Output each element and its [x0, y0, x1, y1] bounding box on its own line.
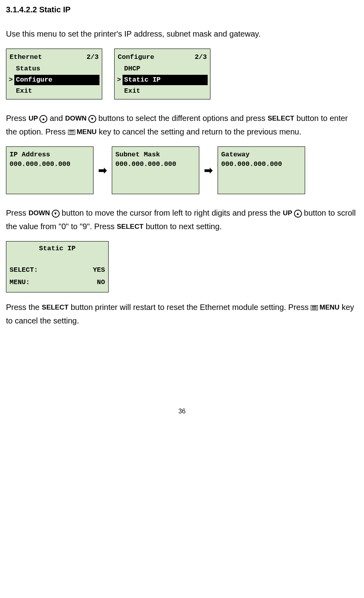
lcd-gateway: Gateway 000.000.000.000	[218, 146, 305, 194]
lcd-item: Status	[14, 64, 40, 74]
lcd-item-selected: Static IP	[123, 75, 208, 85]
menu-text: MENU	[77, 127, 97, 138]
text: button to next setting.	[146, 222, 222, 231]
page-number: 36	[6, 407, 358, 416]
instruction-paragraph-2: Press DOWN ▼ button to move the cursor f…	[6, 206, 358, 233]
text: buttons to select the different options …	[98, 114, 267, 123]
section-heading: 3.1.4.2.2 Static IP	[6, 4, 358, 15]
lcd-ip-row: IP Address 000.000.000.000 ➡ Subnet Mask…	[6, 146, 358, 194]
lcd-title: Gateway	[221, 150, 302, 160]
confirm-menu-value: NO	[97, 278, 105, 287]
lcd-item: Exit	[123, 86, 140, 96]
up-arrow-icon: ▲	[39, 115, 47, 123]
lcd-static-ip-confirm: Static IP SELECT: YES MENU: NO	[6, 241, 109, 292]
confirm-menu-label: MENU:	[10, 278, 30, 287]
up-arrow-icon: ▲	[294, 210, 302, 218]
arrow-right-icon: ➡	[204, 163, 213, 177]
text: Press	[6, 208, 29, 217]
lcd-configure: Configure 2/3 DHCP >Static IP Exit	[114, 49, 210, 99]
select-button-label: SELECT	[42, 302, 68, 314]
lcd-ip-address: IP Address 000.000.000.000	[6, 146, 93, 194]
down-button-label: DOWN ▼	[29, 208, 60, 219]
text: button printer will restart to reset the…	[71, 303, 311, 312]
lcd-item-selected: Configure	[14, 75, 99, 85]
down-text: DOWN	[65, 113, 87, 125]
text: Press	[6, 114, 29, 123]
select-button-label: SELECT	[117, 221, 144, 233]
text: Press the	[6, 303, 42, 312]
lcd-title: Subnet Mask	[115, 150, 196, 160]
lcd-page: 2/3	[86, 53, 99, 62]
lcd-item: DHCP	[123, 64, 140, 74]
lcd-page: 2/3	[195, 53, 207, 62]
up-button-label: UP ▲	[29, 113, 48, 125]
lcd-value: 000.000.000.000	[115, 160, 196, 169]
down-button-label: DOWN ▼	[65, 113, 96, 125]
up-button-label: UP ▲	[283, 208, 302, 219]
confirm-select-value: YES	[93, 265, 105, 275]
down-arrow-icon: ▼	[52, 210, 60, 218]
lcd-title: IP Address	[10, 150, 90, 160]
up-text: UP	[283, 208, 292, 219]
lcd-value: 000.000.000.000	[221, 160, 302, 169]
down-text: DOWN	[29, 208, 50, 219]
lcd-item: Exit	[14, 86, 32, 96]
instruction-paragraph-1: Press UP ▲ and DOWN ▼ buttons to select …	[6, 111, 358, 138]
lcd-subnet-mask: Subnet Mask 000.000.000.000	[112, 146, 199, 194]
lcd-menu-row-1: Ethernet 2/3 Status >Configure Exit Conf…	[6, 49, 358, 99]
text: key to cancel the setting and return to …	[99, 127, 301, 136]
menu-icon	[68, 130, 75, 135]
instruction-paragraph-3: Press the SELECT button printer will res…	[6, 300, 358, 327]
lcd-title: Configure	[118, 53, 154, 62]
menu-text: MENU	[319, 302, 339, 314]
intro-paragraph: Use this menu to set the printer's IP ad…	[6, 27, 358, 41]
select-button-label: SELECT	[268, 113, 294, 125]
lcd-value: 000.000.000.000	[10, 160, 90, 169]
lcd-title: Ethernet	[10, 53, 42, 62]
down-arrow-icon: ▼	[88, 115, 96, 123]
text: button to move the cursor from left to r…	[62, 208, 283, 217]
menu-icon	[311, 305, 318, 310]
text: and	[50, 114, 65, 123]
up-text: UP	[29, 113, 38, 125]
menu-button-label: MENU	[68, 127, 97, 138]
menu-button-label: MENU	[311, 302, 339, 314]
arrow-right-icon: ➡	[98, 163, 107, 177]
confirm-select-label: SELECT:	[10, 265, 38, 275]
lcd-ethernet: Ethernet 2/3 Status >Configure Exit	[6, 49, 102, 99]
lcd-title: Static IP	[10, 244, 105, 253]
